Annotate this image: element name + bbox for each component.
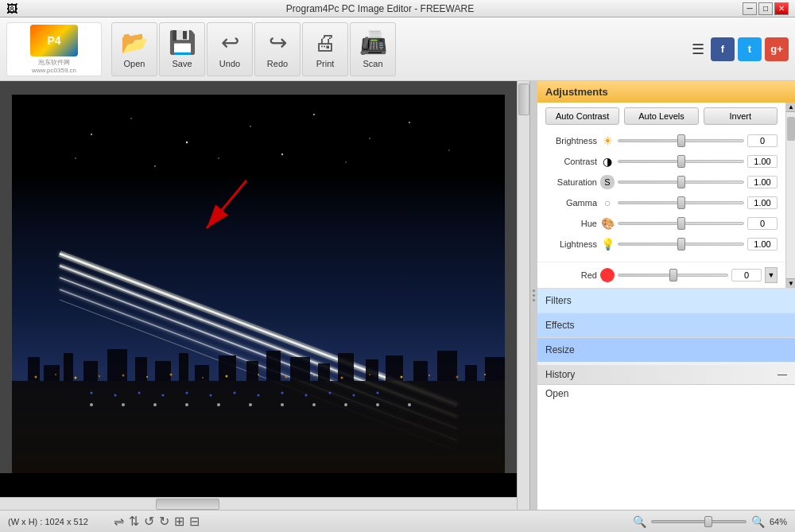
save-button[interactable]: 💾 Save bbox=[159, 22, 205, 76]
adj-scroll-up[interactable]: ▲ bbox=[786, 103, 795, 112]
twitter-button[interactable]: t bbox=[738, 37, 762, 61]
canvas-area[interactable] bbox=[0, 81, 530, 510]
effects-section[interactable]: Effects bbox=[537, 313, 795, 337]
zoom-slider[interactable] bbox=[651, 520, 747, 523]
gamma-slider[interactable] bbox=[618, 195, 744, 211]
svg-rect-40 bbox=[413, 361, 428, 381]
svg-rect-43 bbox=[485, 357, 505, 381]
googleplus-button[interactable]: g+ bbox=[765, 37, 789, 61]
lightness-slider[interactable] bbox=[618, 236, 744, 252]
hue-value[interactable] bbox=[747, 217, 778, 230]
svg-point-20 bbox=[345, 161, 347, 163]
splitter-vertical[interactable] bbox=[530, 81, 537, 510]
print-icon: 🖨 bbox=[314, 29, 336, 56]
red-value[interactable] bbox=[731, 269, 762, 282]
zoom-thumb[interactable] bbox=[704, 516, 712, 527]
svg-point-66 bbox=[186, 391, 188, 394]
history-header: History — bbox=[537, 365, 795, 385]
contrast-value[interactable] bbox=[747, 155, 778, 168]
facebook-button[interactable]: f bbox=[711, 37, 735, 61]
adj-scroll-thumb[interactable] bbox=[787, 117, 795, 141]
brightness-value[interactable] bbox=[747, 134, 778, 147]
titlebar-controls: ─ □ ✕ bbox=[743, 2, 789, 15]
gamma-label: Gamma bbox=[545, 198, 597, 208]
lightness-value[interactable] bbox=[747, 238, 778, 250]
open-button[interactable]: 📂 Open bbox=[111, 22, 157, 76]
saturation-slider[interactable] bbox=[618, 174, 744, 190]
toolbar: P4 泡东软件网www.pc0359.cn 📂 Open 💾 Save ↩ Un… bbox=[0, 17, 795, 81]
light-trails bbox=[12, 95, 505, 484]
saturation-value[interactable] bbox=[747, 176, 778, 188]
red-thumb[interactable] bbox=[669, 269, 677, 282]
rotate-left-icon[interactable]: ↺ bbox=[144, 514, 154, 529]
history-item-open[interactable]: Open bbox=[537, 385, 795, 402]
contrast-slider[interactable] bbox=[618, 153, 744, 169]
scan-button[interactable]: 📠 Scan bbox=[350, 22, 396, 76]
hue-track bbox=[618, 222, 744, 225]
hue-slider[interactable] bbox=[618, 216, 744, 231]
auto-levels-button[interactable]: Auto Levels bbox=[624, 107, 698, 125]
svg-point-75 bbox=[90, 403, 93, 406]
svg-point-70 bbox=[281, 391, 284, 394]
adj-side-scrollbar[interactable]: ▲ ▼ bbox=[785, 103, 795, 288]
hue-thumb[interactable] bbox=[677, 217, 685, 230]
svg-rect-41 bbox=[437, 351, 457, 381]
red-slider[interactable] bbox=[618, 267, 728, 283]
saturation-thumb[interactable] bbox=[677, 176, 685, 188]
svg-point-44 bbox=[35, 375, 37, 378]
svg-point-73 bbox=[353, 394, 355, 396]
scan-icon: 📠 bbox=[359, 29, 387, 56]
canvas-scroll-horizontal[interactable] bbox=[0, 497, 517, 510]
minimize-button[interactable]: ─ bbox=[743, 2, 757, 15]
contrast-thumb[interactable] bbox=[677, 155, 685, 168]
save-icon: 💾 bbox=[169, 29, 196, 56]
close-button[interactable]: ✕ bbox=[774, 2, 789, 15]
grid-icon[interactable]: ⊞ bbox=[174, 514, 184, 529]
color-channel-dropdown[interactable]: ▼ bbox=[765, 267, 778, 283]
redo-button[interactable]: ↪ Redo bbox=[254, 22, 301, 76]
grid2-icon[interactable]: ⊟ bbox=[189, 514, 200, 529]
svg-point-10 bbox=[186, 141, 188, 142]
gamma-thumb[interactable] bbox=[677, 196, 685, 209]
print-button[interactable]: 🖨 Print bbox=[302, 22, 348, 76]
canvas-hscroll-thumb[interactable] bbox=[156, 499, 219, 510]
adjustments-main: Auto Contrast Auto Levels Invert Brightn… bbox=[537, 103, 785, 288]
zoom-in-icon[interactable]: 🔍 bbox=[751, 515, 765, 528]
auto-contrast-button[interactable]: Auto Contrast bbox=[545, 107, 619, 125]
svg-point-77 bbox=[153, 403, 157, 406]
gamma-value[interactable] bbox=[747, 196, 778, 209]
menu-icon[interactable]: ☰ bbox=[688, 37, 708, 61]
canvas-scroll-vertical[interactable] bbox=[517, 81, 529, 510]
red-row: Red ▼ bbox=[537, 262, 785, 288]
zoom-out-icon[interactable]: 🔍 bbox=[633, 515, 646, 528]
svg-rect-34 bbox=[266, 351, 281, 381]
lightness-thumb[interactable] bbox=[677, 238, 685, 250]
svg-point-8 bbox=[91, 134, 92, 135]
svg-point-9 bbox=[130, 118, 132, 119]
logo-area: P4 泡东软件网www.pc0359.cn bbox=[6, 22, 102, 76]
svg-point-74 bbox=[377, 391, 379, 394]
history-collapse-icon[interactable]: — bbox=[778, 369, 787, 380]
svg-rect-30 bbox=[179, 353, 188, 381]
svg-rect-31 bbox=[195, 365, 209, 381]
brightness-slider[interactable] bbox=[618, 133, 744, 149]
invert-button[interactable]: Invert bbox=[704, 107, 778, 125]
flip-v-icon[interactable]: ⇅ bbox=[129, 514, 139, 529]
maximize-button[interactable]: □ bbox=[758, 2, 773, 15]
contrast-row: Contrast ◑ bbox=[545, 153, 778, 169]
brightness-thumb[interactable] bbox=[677, 134, 685, 147]
filters-section[interactable]: Filters bbox=[537, 288, 795, 313]
resize-section[interactable]: Resize bbox=[537, 337, 795, 362]
svg-point-56 bbox=[341, 376, 343, 379]
svg-point-55 bbox=[313, 375, 315, 376]
rotate-right-icon[interactable]: ↻ bbox=[159, 514, 169, 529]
undo-button[interactable]: ↩ Undo bbox=[207, 22, 253, 76]
svg-point-80 bbox=[249, 403, 252, 406]
save-label: Save bbox=[172, 59, 192, 68]
adj-scroll-down[interactable]: ▼ bbox=[786, 278, 795, 288]
photo bbox=[12, 95, 505, 484]
svg-point-71 bbox=[305, 394, 308, 396]
canvas-vscroll-thumb[interactable] bbox=[518, 83, 529, 115]
history-title: History bbox=[545, 369, 575, 380]
flip-h-icon[interactable]: ⇌ bbox=[114, 514, 124, 529]
